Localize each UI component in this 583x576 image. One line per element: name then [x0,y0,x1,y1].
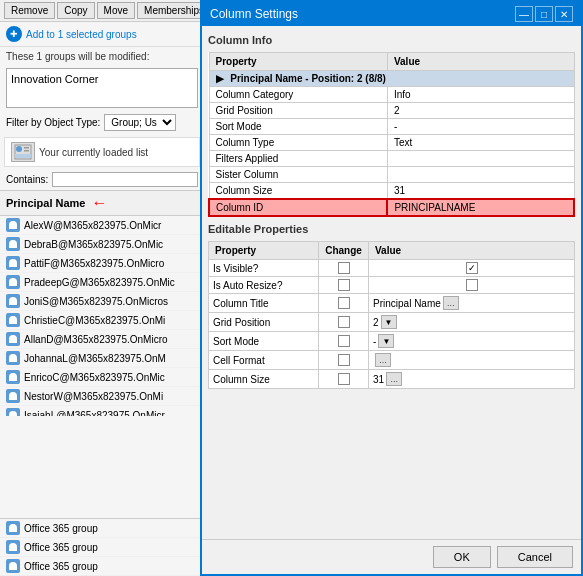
maximize-button[interactable]: □ [535,6,553,22]
editable-row-autoresize: Is Auto Resize? [209,277,575,294]
group-icon [6,559,20,573]
gridpos-value: 2 [373,317,379,328]
left-panel: Remove Copy Move Memberships... To... ✚ … [0,0,205,576]
add-to-groups-label[interactable]: Add to 1 selected groups [26,29,137,40]
value-header: Value [387,53,574,71]
sortmode-dropdown-button[interactable]: ▼ [378,334,394,348]
copy-button[interactable]: Copy [57,2,94,19]
value-checkbox-visible[interactable] [466,262,478,274]
cellformat-ellipsis-button[interactable]: … [375,353,391,367]
property-cell: Column Category [209,87,387,103]
ok-button[interactable]: OK [433,546,491,568]
list-item[interactable]: NestorW@M365x823975.OnMi [0,387,204,406]
user-icon [6,237,20,251]
colsize-ellipsis-button[interactable]: … [386,372,402,386]
currently-loaded-label: Your currently loaded list [39,147,148,158]
info-row: Sort Mode - [209,119,574,135]
editable-row-title: Column Title Principal Name … [209,294,575,313]
contains-row: Contains: [0,169,204,190]
ep-property: Sort Mode [209,332,319,351]
groups-modified-label: These 1 groups will be modified: [0,47,204,66]
dialog-title: Column Settings [210,7,298,21]
change-checkbox-colsize[interactable] [338,373,350,385]
ep-value: Principal Name … [369,294,575,313]
add-to-groups[interactable]: ✚ Add to 1 selected groups [0,22,204,47]
info-row: Column Category Info [209,87,574,103]
list-item[interactable]: PradeepG@M365x823975.OnMic [0,273,204,292]
user-icon [6,256,20,270]
list-item[interactable]: EnricoC@M365x823975.OnMic [0,368,204,387]
currently-loaded-row: Your currently loaded list [4,137,200,167]
change-checkbox-gridpos[interactable] [338,316,350,328]
change-checkbox-title[interactable] [338,297,350,309]
ep-change [319,313,369,332]
user-icon [6,313,20,327]
filter-label: Filter by Object Type: [6,117,100,128]
value-cell [387,151,574,167]
user-name: JoniS@M365x823975.OnMicros [24,296,168,307]
principal-name-group-row: ▶ Principal Name - Position: 2 (8/8) [209,71,574,87]
value-checkbox-autoresize[interactable] [466,279,478,291]
bottom-group-item[interactable]: Office 365 group [0,557,205,576]
remove-button[interactable]: Remove [4,2,55,19]
list-item[interactable]: IsaiahL@M365x823975.OnMicr [0,406,204,416]
dialog-footer: OK Cancel [202,539,581,574]
list-item[interactable]: AlexW@M365x823975.OnMicr [0,216,204,235]
close-button[interactable]: ✕ [555,6,573,22]
ep-value: 2 ▼ [369,313,575,332]
list-item[interactable]: DebraB@M365x823975.OnMic [0,235,204,254]
user-icon [6,408,20,416]
minimize-button[interactable]: — [515,6,533,22]
contains-input[interactable] [52,172,198,187]
change-checkbox-cellformat[interactable] [338,354,350,366]
ep-property: Cell Format [209,351,319,370]
svg-rect-2 [24,147,29,149]
ep-property: Is Visible? [209,260,319,277]
ep-change [319,370,369,389]
filter-dropdown[interactable]: Group; Us [104,114,176,131]
dialog-body: Column Info Property Value ▶ Principal N… [202,26,581,539]
list-item[interactable]: AllanD@M365x823975.OnMicro [0,330,204,349]
list-item[interactable]: ChristieC@M365x823975.OnMi [0,311,204,330]
user-name: PradeepG@M365x823975.OnMic [24,277,175,288]
group-label: Office 365 group [24,523,98,534]
ep-change [319,332,369,351]
cancel-button[interactable]: Cancel [497,546,573,568]
user-icon [6,275,20,289]
user-name: DebraB@M365x823975.OnMic [24,239,163,250]
change-checkbox-visible[interactable] [338,262,350,274]
info-row: Grid Position 2 [209,103,574,119]
ep-value: … [369,351,575,370]
info-row: Column Type Text [209,135,574,151]
gridpos-dropdown-button[interactable]: ▼ [381,315,397,329]
column-header-row: Principal Name ← [0,190,204,216]
user-icon [6,218,20,232]
property-cell: Grid Position [209,103,387,119]
ep-change-header: Change [319,242,369,260]
property-cell: Sort Mode [209,119,387,135]
move-button[interactable]: Move [97,2,135,19]
contains-label: Contains: [6,174,48,185]
editable-row-colsize: Column Size 31 … [209,370,575,389]
change-checkbox-autoresize[interactable] [338,279,350,291]
editable-row-cellformat: Cell Format … [209,351,575,370]
bottom-group-item[interactable]: Office 365 group [0,538,205,557]
ep-change [319,294,369,313]
user-name: NestorW@M365x823975.OnMi [24,391,163,402]
ep-change [319,260,369,277]
bottom-groups: Office 365 group Office 365 group Office… [0,518,205,576]
change-checkbox-sortmode[interactable] [338,335,350,347]
titlebar-controls: — □ ✕ [515,6,573,22]
group-label: Office 365 group [24,561,98,572]
list-item[interactable]: JohannaL@M365x823975.OnM [0,349,204,368]
user-icon [6,370,20,384]
memberships-button[interactable]: Memberships... [137,2,205,19]
list-item[interactable]: PattiF@M365x823975.OnMicro [0,254,204,273]
list-item[interactable]: JoniS@M365x823975.OnMicros [0,292,204,311]
column-info-table: Property Value ▶ Principal Name - Positi… [208,52,575,217]
user-icon [6,389,20,403]
bottom-group-item[interactable]: Office 365 group [0,519,205,538]
svg-point-1 [16,146,22,152]
colsize-value: 31 [373,374,384,385]
title-ellipsis-button[interactable]: … [443,296,459,310]
